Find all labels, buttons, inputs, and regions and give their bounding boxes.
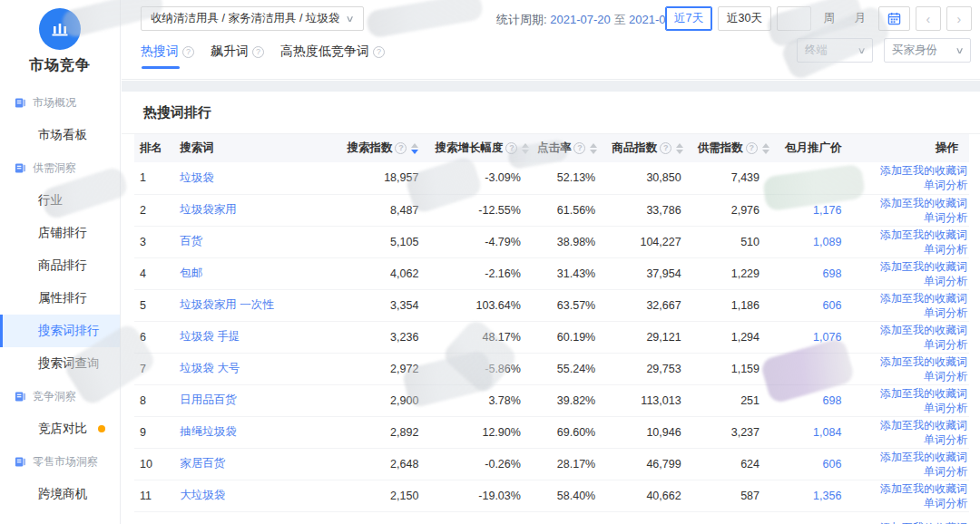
word-analysis-link[interactable]: 单词分析 — [858, 369, 967, 383]
word-analysis-link[interactable]: 单词分析 — [858, 464, 967, 479]
help-icon[interactable]: ? — [182, 46, 194, 58]
sort-icon[interactable] — [411, 143, 418, 154]
sidebar-item[interactable]: 搜索词排行 — [0, 315, 120, 347]
column-label: 商品指数 — [612, 141, 657, 156]
next-period-button[interactable]: › — [946, 6, 972, 31]
sidebar-item[interactable]: 属性排行 — [0, 282, 120, 315]
range-7d-button[interactable]: 近7天 — [665, 6, 712, 31]
category-select[interactable]: 收纳清洁用具 / 家务清洁用具 / 垃圾袋 ∨ — [141, 6, 364, 31]
monthly-price-link[interactable]: 606 — [823, 299, 842, 312]
column-header[interactable]: 供需指数? — [692, 134, 770, 162]
sidebar-item[interactable]: 行业 — [0, 184, 120, 217]
help-icon[interactable]: ? — [395, 142, 407, 154]
column-header[interactable]: 搜索增长幅度? — [429, 134, 531, 162]
calendar-button[interactable] — [878, 6, 910, 31]
app-title: 市场竞争 — [0, 56, 120, 75]
range-30d-button[interactable]: 近30天 — [718, 6, 771, 31]
add-to-favorites-link[interactable]: 添加至我的收藏词 — [858, 228, 967, 242]
prev-period-button[interactable]: ‹ — [916, 6, 941, 31]
monthly-price-link[interactable]: 698 — [823, 394, 842, 407]
supply-index-cell: 587 — [692, 480, 770, 511]
add-to-favorites-link[interactable]: 添加至我的收藏词 — [858, 481, 967, 496]
keyword-link[interactable]: 垃圾袋 大号 — [180, 362, 240, 374]
column-header[interactable]: 搜索指数? — [338, 134, 429, 162]
add-to-favorites-link[interactable]: 添加至我的收藏词 — [858, 259, 967, 274]
rank-cell: 1 — [134, 162, 174, 194]
word-analysis-link[interactable]: 单词分析 — [858, 496, 967, 510]
word-analysis-link[interactable]: 单词分析 — [858, 178, 967, 192]
sort-icon[interactable] — [522, 143, 529, 154]
help-icon[interactable]: ? — [660, 142, 671, 154]
tab-rising-words[interactable]: 飙升词 ? — [211, 44, 264, 73]
word-analysis-link[interactable]: 单词分析 — [858, 306, 967, 320]
add-to-favorites-link[interactable]: 添加至我的收藏词 — [858, 323, 967, 337]
word-analysis-link[interactable]: 单词分析 — [858, 401, 967, 415]
sidebar-item[interactable]: 店铺排行 — [0, 217, 120, 249]
add-to-favorites-link[interactable]: 添加至我的收藏词 — [858, 354, 967, 369]
buyer-identity-filter-select[interactable]: 买家身份 ∨ — [884, 38, 971, 63]
actions-cell: 添加至我的收藏词单词分析 — [852, 480, 969, 511]
search-index-cell: 2,150 — [338, 480, 429, 511]
tab-label: 飙升词 — [211, 44, 249, 60]
keyword-link[interactable]: 垃圾袋 手提 — [180, 330, 240, 343]
word-analysis-link[interactable]: 单词分析 — [858, 337, 967, 352]
supply-index-cell: 1,229 — [692, 257, 770, 289]
sort-icon[interactable] — [590, 143, 597, 154]
monthly-price-link[interactable]: 1,089 — [813, 236, 841, 248]
sidebar-item[interactable]: 商品排行 — [0, 249, 120, 282]
word-analysis-link[interactable]: 单词分析 — [858, 432, 967, 447]
column-header[interactable]: 商品指数? — [606, 134, 691, 162]
column-header[interactable]: 点击率? — [532, 134, 606, 162]
keyword-link[interactable]: 家居百货 — [180, 457, 225, 470]
sidebar-item[interactable]: 市场看板 — [0, 119, 120, 151]
add-to-favorites-link[interactable]: 添加至我的收藏词 — [858, 418, 967, 432]
add-to-favorites-link[interactable]: 添加至我的收藏词 — [858, 291, 967, 306]
search-index-cell: 2,892 — [338, 416, 429, 448]
keyword-link[interactable]: 抽绳垃圾袋 — [180, 425, 237, 438]
keyword-link[interactable]: 垃圾袋 — [180, 171, 214, 184]
help-icon[interactable]: ? — [505, 142, 517, 154]
monthly-price-link[interactable]: 1,356 — [813, 490, 841, 502]
help-icon[interactable]: ? — [252, 46, 264, 58]
keyword-link[interactable]: 百货 — [180, 235, 202, 247]
sidebar-item[interactable]: 竞店对比 — [0, 412, 120, 445]
add-to-favorites-link[interactable]: 添加至我的收藏词 — [858, 163, 967, 178]
word-analysis-link[interactable]: 单词分析 — [858, 274, 967, 288]
column-label: 包月推广价 — [785, 141, 842, 156]
keyword-link[interactable]: 垃圾袋家用 一次性 — [180, 298, 273, 311]
range-hidden-button[interactable] — [777, 6, 811, 31]
monthly-price-link[interactable]: 1,176 — [813, 204, 841, 217]
range-week-button[interactable]: 周 — [817, 6, 842, 31]
add-to-favorites-link[interactable]: 添加至我的收藏词 — [858, 386, 967, 401]
keyword-link[interactable]: 大垃圾袋 — [180, 489, 225, 501]
terminal-filter-select[interactable]: 终端 ∨ — [797, 38, 873, 63]
help-icon[interactable]: ? — [373, 46, 385, 58]
add-to-favorites-link[interactable]: 添加至我的收藏词 — [858, 450, 967, 464]
sidebar-item[interactable]: 搜索词查询 — [0, 347, 120, 380]
add-to-favorites-link[interactable]: 添加至我的收藏词 — [858, 520, 967, 524]
monthly-price-cell: 606 — [770, 289, 852, 321]
keyword-link[interactable]: 垃圾袋家用 — [180, 203, 237, 216]
range-month-button[interactable]: 月 — [848, 6, 873, 31]
tab-high-heat-low-competition-words[interactable]: 高热度低竞争词 ? — [280, 44, 385, 73]
keyword-link[interactable]: 日用品百货 — [180, 393, 237, 406]
sort-icon[interactable] — [676, 143, 683, 154]
keyword-link[interactable]: 包邮 — [180, 267, 202, 279]
sort-icon[interactable] — [762, 143, 769, 154]
monthly-price-link[interactable]: 698 — [823, 267, 842, 280]
monthly-price-link[interactable]: 1,076 — [813, 331, 841, 344]
monthly-price-link[interactable]: 1,084 — [813, 426, 841, 439]
growth-cell: -2.16% — [429, 257, 531, 289]
help-icon[interactable]: ? — [746, 142, 758, 154]
add-to-favorites-link[interactable]: 添加至我的收藏词 — [858, 196, 967, 210]
table-row-partial: 添加至我的收藏词 — [134, 511, 969, 524]
chevron-down-icon: ∨ — [346, 14, 355, 24]
word-analysis-link[interactable]: 单词分析 — [858, 210, 967, 225]
monthly-price-link[interactable]: 606 — [823, 458, 842, 471]
monthly-price-cell: 1,089 — [770, 226, 852, 257]
tab-hot-search-words[interactable]: 热搜词 ? — [141, 44, 194, 73]
help-icon[interactable]: ? — [573, 142, 585, 154]
sidebar-item[interactable]: 跨境商机 — [0, 478, 120, 510]
word-analysis-link[interactable]: 单词分析 — [858, 242, 967, 257]
section-label: 零售市场洞察 — [33, 454, 98, 470]
